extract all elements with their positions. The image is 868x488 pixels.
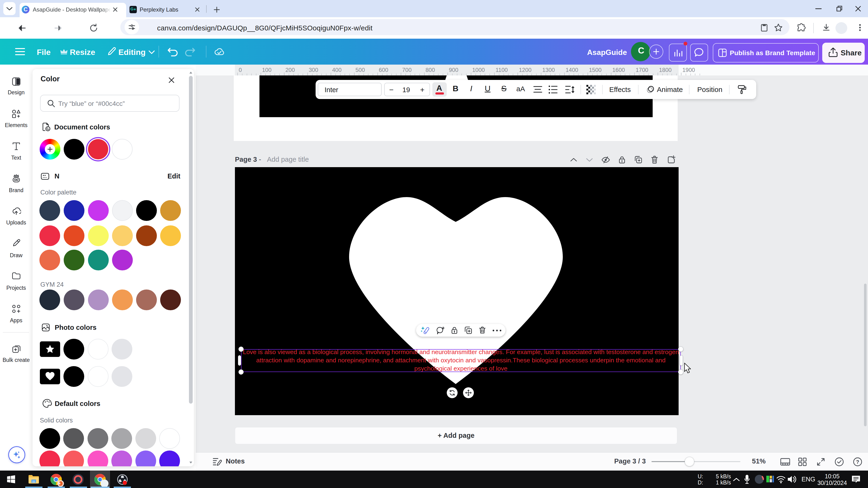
- svg-text:?: ?: [856, 459, 859, 465]
